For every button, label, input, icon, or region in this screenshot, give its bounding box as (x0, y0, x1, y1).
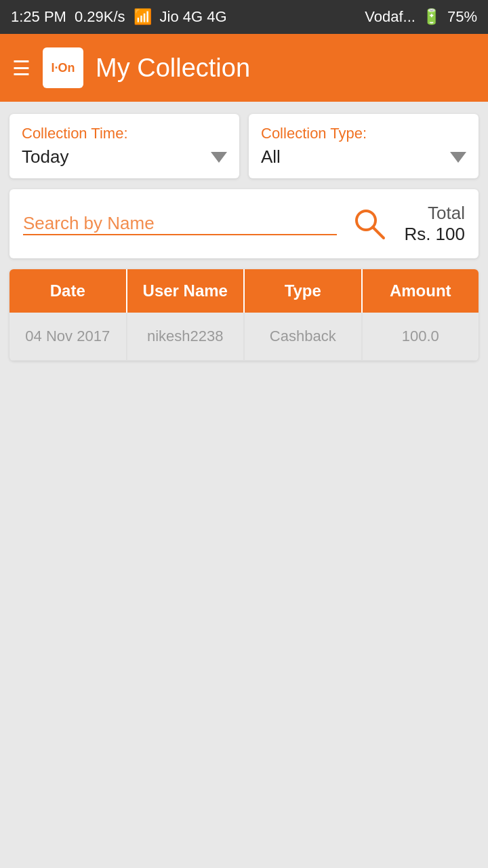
status-bar: 1:25 PM 0.29K/s 📶 Jio 4G 4G Vodaf... 🔋 7… (0, 0, 488, 34)
dropdown-arrow-time (211, 152, 227, 163)
status-battery: 75% (447, 8, 477, 26)
collection-time-select[interactable]: Today (22, 146, 227, 167)
search-input[interactable] (23, 213, 337, 234)
search-icon-wrap[interactable] (350, 205, 388, 243)
status-right: Vodaf... 🔋 75% (365, 8, 477, 26)
total-label: Total (428, 203, 465, 224)
dropdown-arrow-type (450, 152, 466, 163)
status-signal1: Jio 4G 4G (160, 8, 227, 26)
search-icon (352, 207, 386, 241)
app-bar: ☰ I·On My Collection (0, 34, 488, 102)
collection-type-card[interactable]: Collection Type: All (249, 114, 479, 178)
col-header-username: User Name (127, 269, 245, 313)
cell-username: nikesh2238 (127, 313, 245, 360)
table-header: Date User Name Type Amount (9, 269, 479, 313)
cell-date: 04 Nov 2017 (9, 313, 127, 360)
filter-row: Collection Time: Today Collection Type: … (9, 114, 479, 178)
status-signal2: Vodaf... (365, 8, 415, 26)
search-input-wrap (23, 213, 337, 235)
cell-type: Cashback (245, 313, 363, 360)
svg-line-1 (373, 227, 384, 238)
col-header-date: Date (9, 269, 127, 313)
battery-icon: 🔋 (422, 8, 441, 26)
hamburger-icon[interactable]: ☰ (12, 56, 30, 80)
collection-time-value: Today (22, 146, 68, 167)
collection-type-label: Collection Type: (261, 125, 466, 142)
col-header-type: Type (245, 269, 363, 313)
table-row: 04 Nov 2017 nikesh2238 Cashback 100.0 (9, 313, 479, 361)
collection-type-value: All (261, 146, 281, 167)
collection-time-label: Collection Time: (22, 125, 227, 142)
wifi-icon: 📶 (134, 8, 152, 26)
app-logo: I·On (43, 47, 83, 88)
logo-text: I·On (52, 61, 75, 75)
status-time: 1:25 PM (11, 8, 66, 26)
col-header-amount: Amount (363, 269, 479, 313)
main-content: Collection Time: Today Collection Type: … (0, 102, 488, 373)
cell-amount: 100.0 (363, 313, 479, 360)
collection-type-select[interactable]: All (261, 146, 466, 167)
status-left: 1:25 PM 0.29K/s 📶 Jio 4G 4G (11, 8, 227, 26)
app-title: My Collection (96, 54, 250, 83)
total-section: Total Rs. 100 (404, 203, 465, 245)
search-card: Total Rs. 100 (9, 189, 479, 258)
total-value: Rs. 100 (404, 224, 465, 245)
collection-table-container: Date User Name Type Amount 04 Nov 2017 n… (9, 269, 479, 361)
status-network: 0.29K/s (75, 8, 125, 26)
collection-time-card[interactable]: Collection Time: Today (9, 114, 239, 178)
